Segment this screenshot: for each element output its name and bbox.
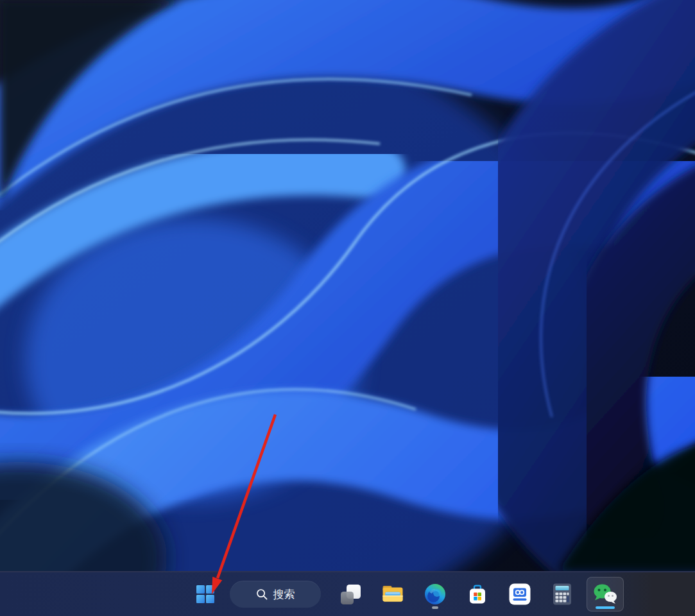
wechat-active-indicator: [596, 606, 615, 609]
wallpaper-bloom: [0, 0, 695, 571]
calculator-icon: [553, 583, 572, 605]
start-button[interactable]: [187, 577, 223, 612]
mail-icon: [509, 583, 531, 605]
wechat-icon: [592, 583, 618, 606]
taskbar: 搜索: [0, 571, 695, 616]
task-view-button[interactable]: [332, 577, 368, 612]
task-view-icon: [341, 585, 361, 604]
windows-logo-icon: [196, 585, 214, 603]
search-icon: [256, 588, 268, 601]
desktop: 搜索: [0, 0, 695, 616]
mail-button[interactable]: [502, 577, 538, 612]
search-label: 搜索: [273, 587, 295, 602]
edge-running-indicator: [432, 606, 438, 609]
file-explorer-button[interactable]: [375, 577, 411, 612]
folder-icon: [382, 585, 404, 603]
calculator-button[interactable]: [544, 577, 580, 612]
microsoft-store-button[interactable]: [459, 577, 495, 612]
wechat-button[interactable]: [587, 577, 624, 612]
taskbar-search-button[interactable]: 搜索: [230, 581, 321, 608]
store-bag-icon: [468, 583, 487, 605]
taskbar-center-group: 搜索: [187, 577, 624, 612]
edge-button[interactable]: [417, 577, 453, 612]
edge-icon: [424, 583, 446, 605]
